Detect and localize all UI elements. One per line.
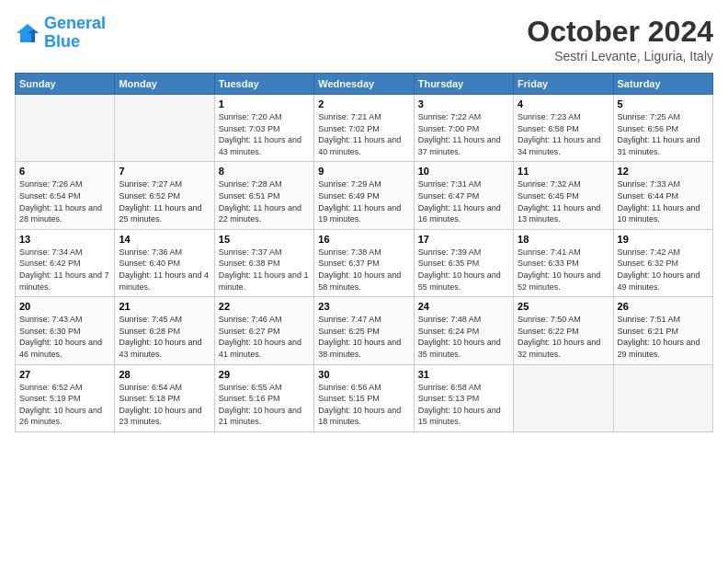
- day-info: Sunrise: 7:46 AM Sunset: 6:27 PM Dayligh…: [219, 314, 310, 360]
- day-info: Sunrise: 7:41 AM Sunset: 6:33 PM Dayligh…: [518, 247, 609, 293]
- day-number: 20: [19, 301, 110, 312]
- logo: General Blue: [15, 15, 106, 52]
- calendar-cell: 31Sunrise: 6:58 AM Sunset: 5:13 PM Dayli…: [414, 364, 513, 431]
- calendar-cell: 3Sunrise: 7:22 AM Sunset: 7:00 PM Daylig…: [414, 95, 513, 162]
- calendar-cell: 5Sunrise: 7:25 AM Sunset: 6:56 PM Daylig…: [613, 95, 712, 162]
- calendar-cell: [514, 364, 613, 431]
- logo-text: General Blue: [44, 15, 106, 52]
- calendar-header-saturday: Saturday: [613, 74, 712, 95]
- day-info: Sunrise: 7:23 AM Sunset: 6:58 PM Dayligh…: [518, 111, 609, 157]
- calendar-header-friday: Friday: [514, 74, 613, 95]
- day-info: Sunrise: 7:28 AM Sunset: 6:51 PM Dayligh…: [219, 178, 310, 224]
- calendar-table: SundayMondayTuesdayWednesdayThursdayFrid…: [15, 73, 713, 432]
- day-number: 30: [318, 369, 409, 380]
- calendar-cell: 26Sunrise: 7:51 AM Sunset: 6:21 PM Dayli…: [613, 297, 712, 364]
- calendar-cell: 23Sunrise: 7:47 AM Sunset: 6:25 PM Dayli…: [314, 297, 414, 364]
- day-info: Sunrise: 7:45 AM Sunset: 6:28 PM Dayligh…: [119, 314, 210, 360]
- day-info: Sunrise: 7:50 AM Sunset: 6:22 PM Dayligh…: [518, 314, 609, 360]
- day-info: Sunrise: 6:56 AM Sunset: 5:15 PM Dayligh…: [318, 382, 409, 428]
- day-number: 6: [19, 166, 110, 177]
- day-number: 16: [318, 234, 409, 245]
- calendar-cell: 20Sunrise: 7:43 AM Sunset: 6:30 PM Dayli…: [16, 297, 115, 364]
- calendar-cell: 17Sunrise: 7:39 AM Sunset: 6:35 PM Dayli…: [414, 229, 513, 296]
- calendar-cell: 9Sunrise: 7:29 AM Sunset: 6:49 PM Daylig…: [314, 162, 414, 229]
- day-number: 19: [618, 234, 709, 245]
- calendar-cell: 15Sunrise: 7:37 AM Sunset: 6:38 PM Dayli…: [214, 229, 313, 296]
- calendar-week-2: 6Sunrise: 7:26 AM Sunset: 6:54 PM Daylig…: [16, 162, 713, 229]
- day-info: Sunrise: 7:43 AM Sunset: 6:30 PM Dayligh…: [19, 314, 110, 360]
- calendar-cell: [613, 364, 712, 431]
- calendar-header-thursday: Thursday: [414, 74, 513, 95]
- calendar-cell: 19Sunrise: 7:42 AM Sunset: 6:32 PM Dayli…: [613, 229, 712, 296]
- calendar-cell: 29Sunrise: 6:55 AM Sunset: 5:16 PM Dayli…: [214, 364, 313, 431]
- day-number: 7: [119, 166, 210, 177]
- day-info: Sunrise: 7:33 AM Sunset: 6:44 PM Dayligh…: [618, 178, 709, 224]
- day-number: 21: [119, 301, 210, 312]
- calendar-cell: 21Sunrise: 7:45 AM Sunset: 6:28 PM Dayli…: [115, 297, 214, 364]
- logo-icon: [15, 20, 40, 46]
- page-header: General Blue October 2024 Sestri Levante…: [15, 15, 713, 63]
- calendar-cell: 22Sunrise: 7:46 AM Sunset: 6:27 PM Dayli…: [214, 297, 313, 364]
- day-info: Sunrise: 6:52 AM Sunset: 5:19 PM Dayligh…: [19, 382, 110, 428]
- day-number: 13: [19, 234, 110, 245]
- calendar-cell: 6Sunrise: 7:26 AM Sunset: 6:54 PM Daylig…: [16, 162, 115, 229]
- calendar-cell: 12Sunrise: 7:33 AM Sunset: 6:44 PM Dayli…: [613, 162, 712, 229]
- day-number: 18: [518, 234, 609, 245]
- calendar-header-sunday: Sunday: [16, 74, 115, 95]
- day-info: Sunrise: 7:21 AM Sunset: 7:02 PM Dayligh…: [318, 111, 409, 157]
- day-info: Sunrise: 7:22 AM Sunset: 7:00 PM Dayligh…: [418, 111, 509, 157]
- calendar-cell: 2Sunrise: 7:21 AM Sunset: 7:02 PM Daylig…: [314, 95, 414, 162]
- day-number: 27: [19, 369, 110, 380]
- calendar-cell: 18Sunrise: 7:41 AM Sunset: 6:33 PM Dayli…: [514, 229, 613, 296]
- calendar-header-row: SundayMondayTuesdayWednesdayThursdayFrid…: [16, 74, 713, 95]
- day-info: Sunrise: 7:47 AM Sunset: 6:25 PM Dayligh…: [318, 314, 409, 360]
- calendar-cell: 4Sunrise: 7:23 AM Sunset: 6:58 PM Daylig…: [514, 95, 613, 162]
- calendar-cell: 24Sunrise: 7:48 AM Sunset: 6:24 PM Dayli…: [414, 297, 513, 364]
- day-number: 10: [418, 166, 509, 177]
- calendar-cell: 13Sunrise: 7:34 AM Sunset: 6:42 PM Dayli…: [16, 229, 115, 296]
- calendar-cell: 7Sunrise: 7:27 AM Sunset: 6:52 PM Daylig…: [115, 162, 214, 229]
- day-number: 4: [518, 98, 609, 109]
- calendar-cell: [115, 95, 214, 162]
- day-info: Sunrise: 7:48 AM Sunset: 6:24 PM Dayligh…: [418, 314, 509, 360]
- calendar-cell: 27Sunrise: 6:52 AM Sunset: 5:19 PM Dayli…: [16, 364, 115, 431]
- day-info: Sunrise: 7:20 AM Sunset: 7:03 PM Dayligh…: [219, 111, 310, 157]
- calendar-header-wednesday: Wednesday: [314, 74, 414, 95]
- day-number: 2: [318, 98, 409, 109]
- day-info: Sunrise: 7:38 AM Sunset: 6:37 PM Dayligh…: [318, 247, 409, 293]
- calendar-cell: 28Sunrise: 6:54 AM Sunset: 5:18 PM Dayli…: [115, 364, 214, 431]
- calendar-cell: 30Sunrise: 6:56 AM Sunset: 5:15 PM Dayli…: [314, 364, 414, 431]
- day-number: 25: [518, 301, 609, 312]
- calendar-header-tuesday: Tuesday: [214, 74, 313, 95]
- month-title: October 2024: [527, 15, 713, 49]
- calendar-week-4: 20Sunrise: 7:43 AM Sunset: 6:30 PM Dayli…: [16, 297, 713, 364]
- calendar-week-5: 27Sunrise: 6:52 AM Sunset: 5:19 PM Dayli…: [16, 364, 713, 431]
- day-info: Sunrise: 7:26 AM Sunset: 6:54 PM Dayligh…: [19, 178, 110, 224]
- day-number: 31: [418, 369, 509, 380]
- day-info: Sunrise: 7:34 AM Sunset: 6:42 PM Dayligh…: [19, 247, 110, 293]
- calendar-body: 1Sunrise: 7:20 AM Sunset: 7:03 PM Daylig…: [16, 95, 713, 432]
- day-number: 24: [418, 301, 509, 312]
- day-info: Sunrise: 7:42 AM Sunset: 6:32 PM Dayligh…: [618, 247, 709, 293]
- day-number: 22: [219, 301, 310, 312]
- calendar-week-3: 13Sunrise: 7:34 AM Sunset: 6:42 PM Dayli…: [16, 229, 713, 296]
- day-number: 1: [219, 98, 310, 109]
- calendar-cell: 14Sunrise: 7:36 AM Sunset: 6:40 PM Dayli…: [115, 229, 214, 296]
- calendar-cell: 10Sunrise: 7:31 AM Sunset: 6:47 PM Dayli…: [414, 162, 513, 229]
- day-info: Sunrise: 7:39 AM Sunset: 6:35 PM Dayligh…: [418, 247, 509, 293]
- day-number: 23: [318, 301, 409, 312]
- calendar-cell: 25Sunrise: 7:50 AM Sunset: 6:22 PM Dayli…: [514, 297, 613, 364]
- calendar-cell: [16, 95, 115, 162]
- day-info: Sunrise: 7:32 AM Sunset: 6:45 PM Dayligh…: [518, 178, 609, 224]
- calendar-cell: 16Sunrise: 7:38 AM Sunset: 6:37 PM Dayli…: [314, 229, 414, 296]
- day-number: 9: [318, 166, 409, 177]
- day-info: Sunrise: 7:29 AM Sunset: 6:49 PM Dayligh…: [318, 178, 409, 224]
- calendar-cell: 1Sunrise: 7:20 AM Sunset: 7:03 PM Daylig…: [214, 95, 313, 162]
- calendar-week-1: 1Sunrise: 7:20 AM Sunset: 7:03 PM Daylig…: [16, 95, 713, 162]
- day-info: Sunrise: 7:36 AM Sunset: 6:40 PM Dayligh…: [119, 247, 210, 293]
- day-info: Sunrise: 7:25 AM Sunset: 6:56 PM Dayligh…: [618, 111, 709, 157]
- day-info: Sunrise: 7:37 AM Sunset: 6:38 PM Dayligh…: [219, 247, 310, 293]
- day-info: Sunrise: 6:54 AM Sunset: 5:18 PM Dayligh…: [119, 382, 210, 428]
- day-number: 8: [219, 166, 310, 177]
- day-number: 17: [418, 234, 509, 245]
